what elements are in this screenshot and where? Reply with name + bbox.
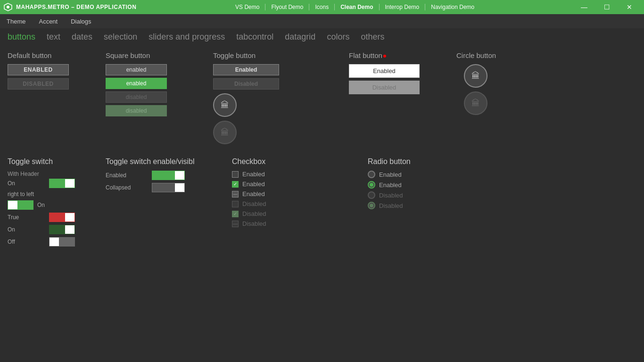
- radio-1[interactable]: [368, 181, 375, 189]
- top-section-grid: Default button ENABLED DISABLED Square b…: [8, 51, 636, 148]
- titlebar-nav: VS Demo Flyout Demo Icons Clean Demo Int…: [230, 4, 480, 10]
- default-button-title: Default button: [8, 51, 102, 59]
- toggle-on2-switch[interactable]: [49, 225, 75, 234]
- checkbox-1[interactable]: ✓: [232, 181, 239, 188]
- nav-flyout-demo[interactable]: Flyout Demo: [265, 4, 309, 10]
- toggle-row-off: Off: [8, 237, 102, 247]
- menu-accent[interactable]: Accent: [36, 16, 60, 27]
- nav-icons[interactable]: Icons: [309, 4, 335, 10]
- app-title: MAHAPPS.METRO – DEMO APPLICATION: [16, 4, 136, 10]
- radio-label-2: Disabled: [379, 192, 403, 199]
- toggle-on-switch[interactable]: [49, 179, 75, 188]
- toggle-rtl-label: right to left: [8, 191, 45, 197]
- menu-dialogs[interactable]: Dialogs: [68, 16, 94, 27]
- checkbox-3: [232, 201, 239, 207]
- toggle-circle-disabled-button: 🏛: [213, 121, 237, 144]
- checkbox-4: ✓: [232, 211, 239, 217]
- tab-buttons[interactable]: buttons: [8, 32, 35, 42]
- menubar: Theme Accent Dialogs: [0, 14, 644, 28]
- toggle-on2-label: On: [8, 226, 45, 233]
- app-logo-icon: [4, 3, 12, 11]
- tab-dates[interactable]: dates: [72, 32, 92, 42]
- tab-nav: buttons text dates selection sliders and…: [0, 28, 644, 46]
- toggle-true-thumb: [65, 213, 74, 222]
- circle-button-section: Circle button 🏛 🏛: [456, 51, 551, 148]
- radio-2: [368, 191, 375, 199]
- checkbox-row-4: ✓ Disabled: [232, 210, 364, 217]
- close-button[interactable]: ✕: [619, 0, 640, 14]
- tab-datagrid[interactable]: datagrid: [285, 32, 315, 42]
- tab-sliders[interactable]: sliders and progress: [149, 32, 225, 42]
- bottom-section-grid: Toggle switch With Header On right to le…: [8, 157, 636, 249]
- toggle-rtl-switch[interactable]: [8, 200, 33, 210]
- checkbox-0[interactable]: [232, 171, 239, 178]
- toggle-switch-title: Toggle switch: [8, 157, 102, 166]
- toggle-switch-header-label: With Header: [8, 171, 102, 177]
- tab-colors[interactable]: colors: [327, 32, 349, 42]
- radio-row-0: Enabled: [368, 171, 500, 178]
- toggle-enabled-button[interactable]: Enabled: [213, 64, 279, 75]
- checkbox-label-3: Disabled: [242, 200, 266, 207]
- square-enabled-button[interactable]: enabled: [106, 64, 167, 75]
- checkbox-row-2: Enabled: [232, 190, 364, 197]
- tab-selection[interactable]: selection: [104, 32, 137, 42]
- nav-navigation-demo[interactable]: Navigation Demo: [425, 4, 480, 10]
- radio-0[interactable]: [368, 171, 375, 178]
- nav-vs-demo[interactable]: VS Demo: [230, 4, 265, 10]
- toggle-rtl-on-label: On: [37, 202, 75, 208]
- toggle-ev-enabled-thumb: [175, 171, 184, 180]
- main-content: Default button ENABLED DISABLED Square b…: [0, 46, 644, 255]
- toggle-circle-enabled-button[interactable]: 🏛: [213, 93, 237, 117]
- nav-interop-demo[interactable]: Interop Demo: [380, 4, 426, 10]
- minimize-button[interactable]: —: [573, 0, 595, 14]
- flat-disabled-button: Disabled: [349, 81, 420, 94]
- radio-row-2: Disabled: [368, 191, 500, 199]
- toggle-ev-collapsed-thumb: [175, 183, 184, 192]
- square-disabled-button: disabled: [106, 91, 167, 103]
- default-button-section: Default button ENABLED DISABLED: [8, 51, 102, 148]
- flat-button-indicator: [383, 55, 386, 58]
- checkbox-row-3: Disabled: [232, 200, 364, 207]
- svg-point-0: [7, 6, 9, 8]
- circle-disabled-button: 🏛: [464, 91, 487, 115]
- circle-building-icon: 🏛: [471, 71, 480, 81]
- toggle-row-rtl-switch: On: [8, 200, 102, 210]
- tab-text[interactable]: text: [47, 32, 60, 42]
- default-enabled-button[interactable]: ENABLED: [8, 64, 69, 75]
- toggle-off-switch[interactable]: [49, 237, 75, 247]
- nav-clean-demo[interactable]: Clean Demo: [335, 4, 379, 10]
- titlebar: MAHAPPS.METRO – DEMO APPLICATION VS Demo…: [0, 0, 644, 14]
- toggle-on2-thumb: [65, 225, 74, 234]
- checkbox-row-1: ✓ Enabled: [232, 181, 364, 188]
- maximize-button[interactable]: ☐: [596, 0, 618, 14]
- titlebar-controls: — ☐ ✕: [573, 0, 640, 14]
- radio-button-section: Radio button Enabled Enabled Disabled Di…: [368, 157, 500, 249]
- toggle-ev-enabled-label: Enabled: [106, 172, 148, 179]
- toggle-ev-enabled-switch[interactable]: [152, 171, 185, 180]
- checkbox-label-4: Disabled: [242, 210, 266, 217]
- toggle-switch-ev-title: Toggle switch enable/visibl: [106, 157, 228, 166]
- titlebar-left: MAHAPPS.METRO – DEMO APPLICATION: [4, 3, 136, 11]
- toggle-ev-collapsed-label: Collapsed: [106, 184, 148, 191]
- toggle-true-switch[interactable]: [49, 213, 75, 222]
- toggle-rtl-thumb: [8, 201, 17, 209]
- toggle-disabled-button: Disabled: [213, 78, 279, 90]
- tab-others[interactable]: others: [361, 32, 384, 42]
- checkbox-2[interactable]: [232, 191, 239, 197]
- checkbox-label-2: Enabled: [242, 190, 265, 197]
- flat-enabled-button[interactable]: Enabled: [349, 64, 420, 78]
- toggle-ev-collapsed-row: Collapsed: [106, 183, 228, 192]
- building-icon: 🏛: [221, 100, 229, 110]
- tab-tabcontrol[interactable]: tabcontrol: [236, 32, 273, 42]
- square-button-section: Square button enabled enabled disabled d…: [106, 51, 209, 148]
- menu-theme[interactable]: Theme: [4, 16, 28, 27]
- toggle-switch-ev-section: Toggle switch enable/visibl Enabled Coll…: [106, 157, 228, 249]
- checkbox-row-0: Enabled: [232, 171, 364, 178]
- square-green-enabled-button[interactable]: enabled: [106, 78, 167, 89]
- circle-enabled-button[interactable]: 🏛: [464, 64, 487, 88]
- flat-button-section: Flat button Enabled Disabled: [349, 51, 453, 148]
- checkbox-label-5: Disabled: [242, 220, 266, 227]
- toggle-button-title: Toggle button: [213, 51, 345, 59]
- toggle-thumb: [65, 179, 74, 188]
- toggle-ev-collapsed-switch[interactable]: [152, 183, 185, 192]
